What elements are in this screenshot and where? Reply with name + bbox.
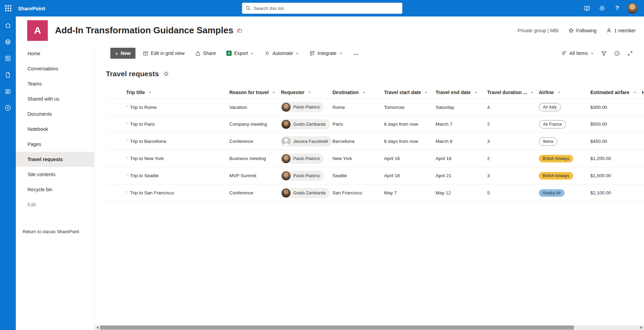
cell-start-date: 6 days from now	[384, 122, 436, 127]
sidebar-nav: HomeConversationsTeamsShared with usDocu…	[16, 46, 94, 212]
table-row[interactable]: Trip to Paris Company meeting Guido Zamb…	[106, 116, 644, 133]
automate-button[interactable]: Automate	[261, 47, 302, 59]
requester-pill[interactable]: Jessica Faustinelli	[281, 136, 332, 147]
horizontal-scrollbar[interactable]	[95, 325, 644, 330]
header-select-spacer[interactable]	[106, 86, 126, 99]
sidebar-item-conversations[interactable]: Conversations	[16, 61, 94, 76]
view-selector-button[interactable]: All Items	[558, 47, 597, 59]
settings-button[interactable]	[594, 1, 610, 16]
table-row[interactable]: Trip to San Francisco Conference Guido Z…	[106, 184, 644, 202]
row-select-spacer[interactable]	[106, 99, 126, 115]
star-icon	[568, 28, 574, 33]
row-select-spacer[interactable]	[106, 116, 126, 133]
column-header-trip-title[interactable]: Trip title	[126, 90, 229, 95]
column-header-destination[interactable]: Destination	[332, 90, 384, 95]
new-button[interactable]: + New	[110, 48, 135, 59]
cell-start-date: May 7	[384, 190, 436, 195]
table-row[interactable]: Trip to Barcellona Conference Jessica Fa…	[106, 133, 644, 150]
column-header-airline[interactable]: Airline	[539, 90, 590, 95]
scrollbar-thumb[interactable]	[100, 326, 574, 330]
requester-pill[interactable]: Guido Zambarda	[281, 188, 330, 198]
cell-trip-title[interactable]: Trip to Barcellona	[126, 139, 229, 144]
rail-lists-button[interactable]	[2, 86, 13, 97]
cell-trip-title[interactable]: Trip to Rome	[126, 105, 229, 110]
table-row[interactable]: Trip to New York Business meeting Paolo …	[106, 150, 644, 167]
row-select-spacer[interactable]	[106, 184, 126, 201]
column-header-reason-for-travel[interactable]: Reason for travel	[229, 90, 281, 95]
filter-button[interactable]	[597, 47, 610, 59]
chevron-down-icon	[250, 52, 254, 55]
following-label: Following	[576, 28, 597, 33]
requester-pill[interactable]: Guido Zambarda	[281, 119, 330, 129]
table-row[interactable]: Trip to Rome Vacation Paolo Pialorsi Rom…	[106, 99, 644, 116]
rail-document-button[interactable]	[2, 69, 13, 80]
row-select-spacer[interactable]	[106, 133, 126, 150]
search-box[interactable]	[242, 3, 402, 14]
screen-share-button[interactable]	[579, 1, 594, 16]
sidebar-item-travel-requests[interactable]: Travel requests	[16, 152, 94, 167]
export-button[interactable]: X Export	[223, 47, 257, 59]
cell-reason: Company meeting	[229, 122, 281, 127]
search-input[interactable]	[254, 6, 399, 11]
column-header-travel-duration[interactable]: Travel duration ...	[487, 90, 539, 95]
column-header-travel-start-date[interactable]: Travel start date	[384, 90, 436, 95]
column-header-requester[interactable]: Requester	[281, 90, 332, 95]
cell-destination: Paris	[332, 122, 384, 127]
requester-avatar	[282, 103, 291, 112]
cell-trip-title[interactable]: Trip to Seattle	[126, 173, 229, 178]
details-button[interactable]	[610, 47, 623, 59]
cell-start-date: April 16	[384, 156, 436, 161]
column-header-travel-end-date[interactable]: Travel end date	[436, 90, 487, 95]
cell-end-date: April 21	[436, 173, 487, 178]
sidebar-item-notebook[interactable]: Notebook	[16, 122, 94, 137]
site-logo[interactable]: A	[27, 20, 48, 41]
command-overflow-button[interactable]: …	[351, 50, 362, 56]
column-chevron-icon	[424, 91, 428, 94]
airline-pill: British Airways	[539, 172, 573, 180]
rail-news-button[interactable]	[2, 53, 13, 64]
rail-global-button[interactable]	[2, 36, 13, 47]
column-chevron-icon	[308, 91, 311, 94]
sidebar-item-shared-with-us[interactable]: Shared with us	[16, 91, 94, 106]
help-button[interactable]: ?	[610, 1, 625, 16]
following-button[interactable]: Following	[568, 28, 597, 33]
svg-text:X: X	[228, 52, 230, 55]
rail-home-button[interactable]	[2, 20, 13, 31]
scroll-left-button[interactable]	[95, 325, 100, 330]
fullscreen-button[interactable]	[623, 47, 636, 59]
sidebar-item-teams[interactable]: Teams	[16, 76, 94, 91]
sidebar-item-documents[interactable]: Documents	[16, 106, 94, 122]
sidebar-item-site-contents[interactable]: Site contents	[16, 167, 94, 182]
return-to-classic-link[interactable]: Return to classic SharePoint	[23, 229, 94, 234]
sidebar-item-pages[interactable]: Pages	[16, 137, 94, 152]
cell-trip-title[interactable]: Trip to New York	[126, 156, 229, 161]
cell-trip-title[interactable]: Trip to San Francisco	[126, 190, 229, 195]
requester-pill[interactable]: Paolo Pialorsi	[281, 102, 324, 112]
cell-destination: Seattle	[332, 173, 384, 178]
integrate-button[interactable]: Integrate	[306, 47, 346, 59]
cell-reason: MVP Summit	[229, 173, 281, 178]
requester-pill[interactable]: Paolo Pialorsi	[281, 153, 324, 164]
sidebar-item-home[interactable]: Home	[16, 46, 94, 61]
column-header-estimated-airfare[interactable]: Estimated airfare	[590, 90, 642, 95]
sidebar-item-recycle-bin[interactable]: Recycle bin	[16, 182, 94, 197]
column-header-h[interactable]: H	[642, 90, 644, 95]
row-select-spacer[interactable]	[106, 167, 126, 184]
favorite-star-icon[interactable]	[163, 71, 169, 77]
site-title[interactable]: Add-In Transformation Guidance Samples	[55, 25, 233, 36]
scrollbar-track[interactable]	[100, 325, 638, 330]
scroll-right-button[interactable]	[638, 325, 644, 330]
members-button[interactable]: 1 member	[606, 28, 636, 33]
edit-in-grid-view-button[interactable]: Edit in grid view	[140, 47, 188, 59]
account-button[interactable]	[625, 1, 640, 16]
sharepoint-brand-link[interactable]: SharePoint	[18, 5, 45, 11]
info-icon	[614, 50, 620, 56]
table-row[interactable]: Trip to Seattle MVP Summit Paolo Pialors…	[106, 167, 644, 184]
requester-pill[interactable]: Paolo Pialorsi	[281, 171, 324, 181]
app-launcher-button[interactable]	[0, 0, 17, 16]
rail-create-button[interactable]	[2, 102, 13, 113]
cell-trip-title[interactable]: Trip to Paris	[126, 122, 229, 127]
row-select-spacer[interactable]	[106, 150, 126, 167]
share-button[interactable]: Share	[192, 47, 219, 59]
sidebar-item-edit[interactable]: Edit	[16, 197, 94, 212]
